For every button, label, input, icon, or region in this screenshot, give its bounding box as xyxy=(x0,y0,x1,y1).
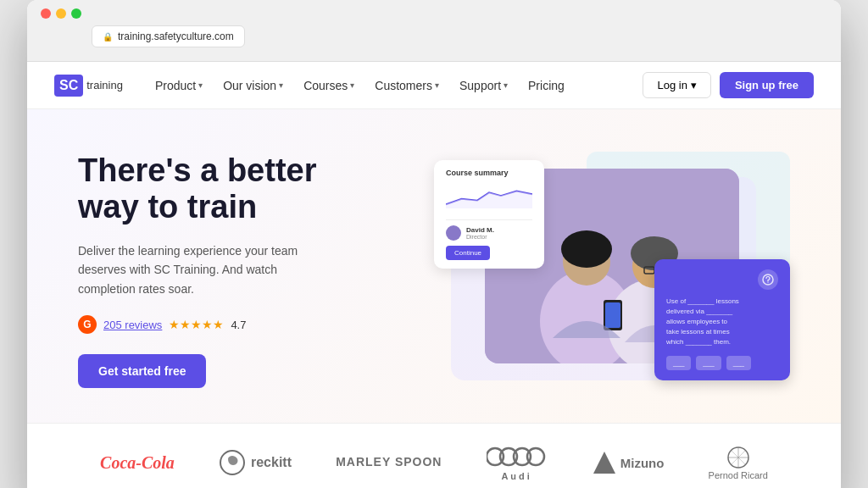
profile-mini: David M. Director xyxy=(446,219,532,241)
address-bar-row: 🔒 training.safetyculture.com xyxy=(41,25,827,54)
svg-marker-18 xyxy=(593,452,615,474)
nav-courses-chevron: ▾ xyxy=(350,80,354,90)
course-card-title: Course summary xyxy=(446,169,532,177)
nav-product-label: Product xyxy=(155,79,196,92)
dot-fullscreen[interactable] xyxy=(71,8,81,19)
nav-item-courses[interactable]: Courses ▾ xyxy=(295,74,363,97)
user-name: David M. xyxy=(466,226,494,234)
cta-button[interactable]: Get started free xyxy=(78,354,206,388)
hero-visual: Course summary David M. Director Continu… xyxy=(434,152,790,389)
rating-row: G 205 reviews ★★★★★ 4.7 xyxy=(78,315,332,334)
quiz-line1: Use of _______ lessons xyxy=(666,297,739,305)
nav-item-product[interactable]: Product ▾ xyxy=(147,74,211,97)
logo-sc-badge: SC xyxy=(54,75,83,97)
nav-support-chevron: ▾ xyxy=(504,80,508,90)
nav-vision-chevron: ▾ xyxy=(279,80,283,90)
pernod-text: Pernod Ricard xyxy=(709,470,768,480)
quiz-line2: delivered via _______ xyxy=(666,308,732,315)
reviews-link[interactable]: 205 reviews xyxy=(103,319,162,331)
nav-support-label: Support xyxy=(459,79,501,92)
logo-audi: Audi xyxy=(487,444,548,481)
logo[interactable]: SC training xyxy=(54,75,123,97)
svg-rect-11 xyxy=(605,302,620,328)
logo-mizuno: Mizuno xyxy=(592,450,665,475)
logo-training-text: training xyxy=(86,79,123,92)
audi-text: Audi xyxy=(501,471,531,481)
quiz-card: Use of _______ lessons delivered via ___… xyxy=(654,259,790,380)
nav-item-pricing[interactable]: Pricing xyxy=(520,74,573,97)
nav-actions: Log in ▾ Sign up free xyxy=(643,72,814,98)
continue-label: Continue xyxy=(454,249,481,257)
quiz-line5: which _______ them. xyxy=(666,338,731,346)
logo-sc-text: SC xyxy=(59,78,78,93)
nav-pricing-label: Pricing xyxy=(528,79,565,92)
course-card: Course summary David M. Director Continu… xyxy=(434,160,544,269)
dot-close[interactable] xyxy=(41,8,51,19)
browser-window: 🔒 training.safetyculture.com SC training… xyxy=(27,0,841,488)
mizuno-text: Mizuno xyxy=(620,456,665,470)
logo-marley-spoon: MARLEY SPOON xyxy=(336,456,442,469)
nav-item-vision[interactable]: Our vision ▾ xyxy=(214,74,292,97)
quiz-option-2[interactable]: ___ xyxy=(696,356,721,370)
stars: ★★★★★ xyxy=(169,318,224,331)
hero-title: There's a better way to train xyxy=(78,152,332,226)
hero-title-line2: way to train xyxy=(78,189,257,225)
logo-reckitt: reckitt xyxy=(219,449,292,476)
coca-cola-text: Coca-Cola xyxy=(100,453,175,472)
login-chevron: ▾ xyxy=(691,79,697,92)
nav-item-customers[interactable]: Customers ▾ xyxy=(366,74,448,97)
marley-spoon-text: MARLEY SPOON xyxy=(336,456,442,469)
quiz-line3: allows employees to xyxy=(666,318,727,325)
hero-section: There's a better way to train Deliver th… xyxy=(27,109,841,423)
signup-label: Sign up free xyxy=(735,79,798,92)
quiz-options: ___ ___ ___ xyxy=(666,356,778,370)
svg-point-3 xyxy=(561,230,612,268)
hero-content: There's a better way to train Deliver th… xyxy=(78,152,332,389)
login-label: Log in xyxy=(657,79,687,92)
svg-point-13 xyxy=(767,281,768,282)
signup-button[interactable]: Sign up free xyxy=(720,72,814,98)
cta-label: Get started free xyxy=(98,364,186,378)
nav-bar: SC training Product ▾ Our vision ▾ Cours… xyxy=(27,62,841,109)
nav-customers-chevron: ▾ xyxy=(435,80,439,90)
profile-info: David M. Director xyxy=(466,226,494,240)
g2-badge: G xyxy=(78,315,97,334)
logos-section: Coca-Cola reckitt MARLEY SPOON Audi xyxy=(27,423,841,488)
address-bar[interactable]: 🔒 training.safetyculture.com xyxy=(92,25,245,47)
nav-item-support[interactable]: Support ▾ xyxy=(451,74,516,97)
hero-title-line1: There's a better xyxy=(78,152,316,188)
rating-number: 4.7 xyxy=(231,319,246,331)
avatar-mini xyxy=(446,225,461,241)
quiz-line4: take lessons at times xyxy=(666,328,730,336)
svg-point-12 xyxy=(763,274,773,285)
nav-customers-label: Customers xyxy=(375,79,432,92)
logo-pernod: Pernod Ricard xyxy=(709,445,768,480)
nav-links: Product ▾ Our vision ▾ Courses ▾ Custome… xyxy=(147,74,643,97)
login-button[interactable]: Log in ▾ xyxy=(643,72,710,98)
user-role: Director xyxy=(466,234,494,240)
logo-coca-cola: Coca-Cola xyxy=(100,453,175,473)
nav-product-chevron: ▾ xyxy=(198,80,203,90)
url-text: training.safetyculture.com xyxy=(118,30,234,42)
dot-minimize[interactable] xyxy=(56,8,66,19)
quiz-badge-icon xyxy=(758,269,778,290)
quiz-text: Use of _______ lessons delivered via ___… xyxy=(666,297,778,347)
hero-subtitle: Deliver the learning experience your tea… xyxy=(78,241,332,298)
browser-dots xyxy=(41,8,827,19)
browser-chrome: 🔒 training.safetyculture.com xyxy=(27,0,841,62)
nav-vision-label: Our vision xyxy=(223,79,276,92)
reckitt-text: reckitt xyxy=(251,455,292,470)
continue-button[interactable]: Continue xyxy=(446,246,490,260)
nav-courses-label: Courses xyxy=(303,79,348,92)
quiz-option-1[interactable]: ___ xyxy=(666,356,691,370)
quiz-option-3[interactable]: ___ xyxy=(726,356,751,370)
lock-icon: 🔒 xyxy=(103,32,113,42)
